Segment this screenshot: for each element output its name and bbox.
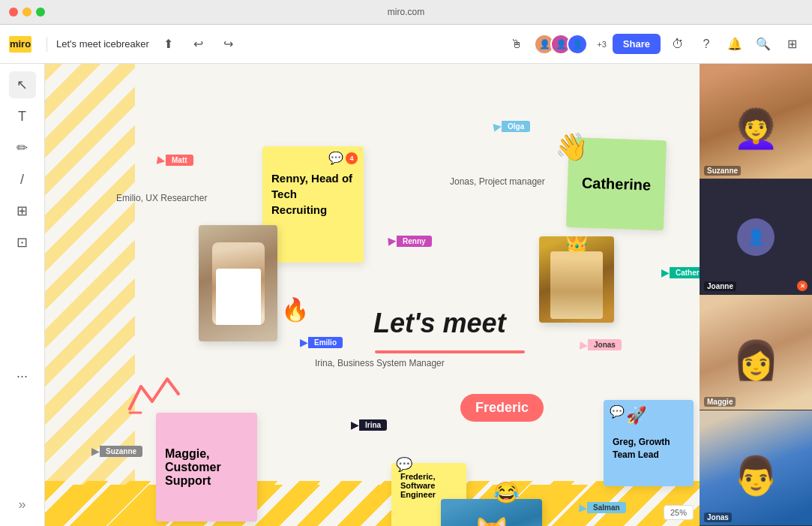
sticky-tool[interactable]: ⊞ xyxy=(9,197,36,224)
video-participant-joanne[interactable]: 👤 Joanne ✕ xyxy=(700,179,812,295)
main-area: ↖ T ✏ / ⊞ ⊡ ··· » ▶ Olga 👋 Catherine ▶ C… xyxy=(0,64,812,526)
cat-photo: 🐱 xyxy=(441,499,542,526)
frame-tool[interactable]: ⊡ xyxy=(9,229,36,256)
left-toolbar: ↖ T ✏ / ⊞ ⊡ ··· » xyxy=(0,64,45,526)
matt-cursor: ▶ Matt xyxy=(157,154,193,166)
more-tool[interactable]: ··· xyxy=(9,363,36,390)
undo-button[interactable]: ↩ xyxy=(188,34,209,55)
maggie-sticky[interactable]: Maggie, Customer Support xyxy=(156,413,257,521)
maggie-sticky-text: Maggie, Customer Support xyxy=(165,447,248,488)
avatar-count: +3 xyxy=(597,40,607,49)
redo-button[interactable]: ↪ xyxy=(218,34,239,55)
renny-sticky-text: Renny, Head of Tech Recruiting xyxy=(271,170,355,218)
sep-1 xyxy=(46,37,47,52)
collapse-panel-button[interactable]: » xyxy=(18,497,25,512)
video-name-maggie: Maggie xyxy=(704,397,736,407)
logo-icon: miro xyxy=(9,36,31,53)
title-underline xyxy=(375,350,525,353)
sticky-notification: 💬 4 xyxy=(328,151,358,165)
minimize-button[interactable] xyxy=(22,8,31,17)
salman-label: Salman xyxy=(587,502,626,513)
timer-icon[interactable]: ⏱ xyxy=(667,33,689,56)
suzanne-label: Suzanne xyxy=(100,446,142,457)
irina-cursor: ▶ Irina xyxy=(351,419,387,431)
text-tool[interactable]: T xyxy=(9,103,36,130)
matt-label: Matt xyxy=(166,155,193,166)
jonas-text: Jonas, Project manager xyxy=(450,176,545,187)
traffic-lights xyxy=(9,8,45,17)
jonas-label: Jonas xyxy=(588,339,622,350)
jonas-cursor: ▶ Jonas xyxy=(580,338,622,350)
help-icon[interactable]: ? xyxy=(695,33,718,56)
jonas-text-box: Jonas, Project manager xyxy=(450,175,545,188)
rocket-emoji: 🚀 xyxy=(626,406,646,425)
zigzag-decoration xyxy=(126,371,186,422)
mic-off-badge: ✕ xyxy=(797,281,808,291)
renny-sticky[interactable]: 💬 4 Renny, Head of Tech Recruiting xyxy=(262,146,364,263)
video-participant-jonas[interactable]: 👨 Jonas xyxy=(700,410,812,526)
zoom-indicator: 25% xyxy=(664,505,694,520)
greg-speech-icon: 💬 xyxy=(610,404,625,419)
emilio-text: Emilio, UX Researcher xyxy=(116,193,207,203)
title-bar: miro.com xyxy=(0,0,812,24)
select-tool[interactable]: ↖ xyxy=(9,71,36,98)
greg-sticky-text: Greg, Growth Team Lead xyxy=(613,436,685,461)
catherine-label: Catherine xyxy=(670,267,700,278)
catherine-cursor: ▶ Catherine xyxy=(661,266,700,278)
cursor-icon: 🖱 xyxy=(505,33,528,56)
man-photo xyxy=(199,225,277,341)
renny-label: Renny xyxy=(397,236,432,247)
share-button[interactable]: Share xyxy=(613,34,661,54)
main-title-text: Let's meet xyxy=(373,308,506,338)
frederic-tag[interactable]: Frederic xyxy=(460,394,544,422)
video-name-joanne: Joanne xyxy=(704,281,736,291)
suzanne-cursor: ▶ Suzanne xyxy=(91,445,142,457)
notification-icon[interactable]: 🔔 xyxy=(724,33,746,56)
pen-tool[interactable]: ✏ xyxy=(9,134,36,161)
search-icon[interactable]: 🔍 xyxy=(752,33,775,56)
logo: miro xyxy=(9,36,31,53)
upload-button[interactable]: ⬆ xyxy=(158,34,179,55)
emilio-cursor: ▶ Emilio xyxy=(300,336,343,348)
olga-cursor: ▶ Olga xyxy=(493,120,530,132)
crown-person-photo: 👑 xyxy=(539,236,614,323)
irina-text: Irina, Business System Manager xyxy=(315,358,445,368)
notification-badge: 4 xyxy=(346,152,358,164)
video-participant-maggie[interactable]: 👩 Maggie xyxy=(700,295,812,410)
video-name-jonas: Jonas xyxy=(704,512,732,522)
close-button[interactable] xyxy=(9,8,18,17)
grid-icon[interactable]: ⊞ xyxy=(781,33,803,56)
frederic-speech-icon: 💬 xyxy=(396,456,412,473)
url-bar: miro.com xyxy=(388,7,424,17)
avatar-group: 👤 👤 👤 xyxy=(534,34,588,55)
video-name-suzanne: Suzanne xyxy=(704,166,741,176)
salman-cursor: ▶ Salman xyxy=(579,501,626,513)
line-tool[interactable]: / xyxy=(9,166,36,193)
laugh-emoji: 😂 xyxy=(493,480,520,505)
frederic-sticky-text: Frederic, Software Engineer xyxy=(400,472,436,499)
main-title: Let's meet xyxy=(373,308,506,339)
greg-sticky[interactable]: 💬 🚀 Greg, Growth Team Lead xyxy=(604,400,694,486)
canvas[interactable]: ▶ Olga 👋 Catherine ▶ Catherine Jonas, Pr… xyxy=(45,64,700,526)
doc-title[interactable]: Let's meet icebreaker xyxy=(56,38,149,50)
irina-text-box: Irina, Business System Manager xyxy=(315,356,445,370)
olga-label: Olga xyxy=(502,121,530,132)
maximize-button[interactable] xyxy=(36,8,45,17)
emilio-text-box: Emilio, UX Researcher xyxy=(116,191,207,205)
frederic-tag-text: Frederic xyxy=(475,400,529,415)
wave-emoji: 👋 xyxy=(555,131,589,163)
avatar-3: 👤 xyxy=(567,34,588,55)
video-panel: 👩‍🦱 Suzanne 👤 Joanne ✕ 👩 Maggie 👨 J xyxy=(700,64,812,526)
irina-label: Irina xyxy=(359,419,387,431)
renny-cursor: ▶ Renny xyxy=(388,235,432,247)
fire-emoji: 🔥 xyxy=(281,296,309,323)
video-participant-suzanne[interactable]: 👩‍🦱 Suzanne xyxy=(700,64,812,179)
browser-chrome: miro.com xyxy=(0,0,812,25)
catherine-sticky-text: Catherine xyxy=(582,174,652,194)
emilio-label: Emilio xyxy=(308,337,343,348)
app-toolbar: miro Let's meet icebreaker ⬆ ↩ ↪ 🖱 👤 👤 👤… xyxy=(0,25,812,64)
toolbar-right: 🖱 👤 👤 👤 +3 Share ⏱ ? 🔔 🔍 ⊞ xyxy=(505,33,803,56)
